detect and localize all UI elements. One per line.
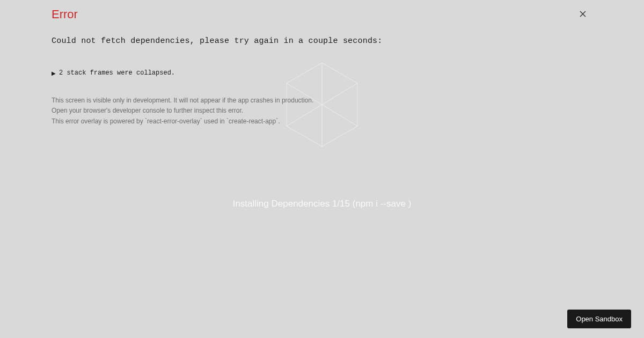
disclosure-triangle-icon: ▶ xyxy=(52,70,56,76)
notice-line: Open your browser's developer console to… xyxy=(52,106,592,115)
error-title: Error xyxy=(52,8,592,21)
notice-line: This error overlay is powered by `react-… xyxy=(52,117,592,126)
open-sandbox-button[interactable]: Open Sandbox xyxy=(567,310,631,328)
stack-frames-label: 2 stack frames were collapsed. xyxy=(59,69,175,77)
dev-notice: This screen is visible only in developme… xyxy=(52,96,592,126)
close-button[interactable] xyxy=(579,10,587,18)
notice-line: This screen is visible only in developme… xyxy=(52,96,592,105)
stack-frames-toggle[interactable]: ▶ 2 stack frames were collapsed. xyxy=(52,69,592,77)
error-overlay: Error Could not fetch dependencies, plea… xyxy=(0,0,644,338)
error-message: Could not fetch dependencies, please try… xyxy=(52,36,592,46)
close-icon xyxy=(580,11,586,17)
